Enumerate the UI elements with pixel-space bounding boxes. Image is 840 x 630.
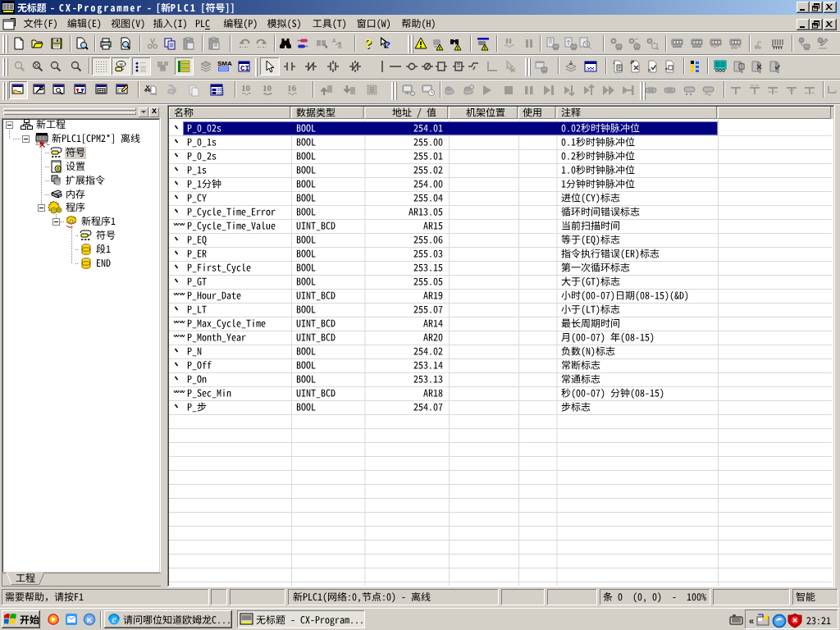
svg-text:e: e xyxy=(112,614,116,625)
svg-text:K: K xyxy=(87,616,93,624)
